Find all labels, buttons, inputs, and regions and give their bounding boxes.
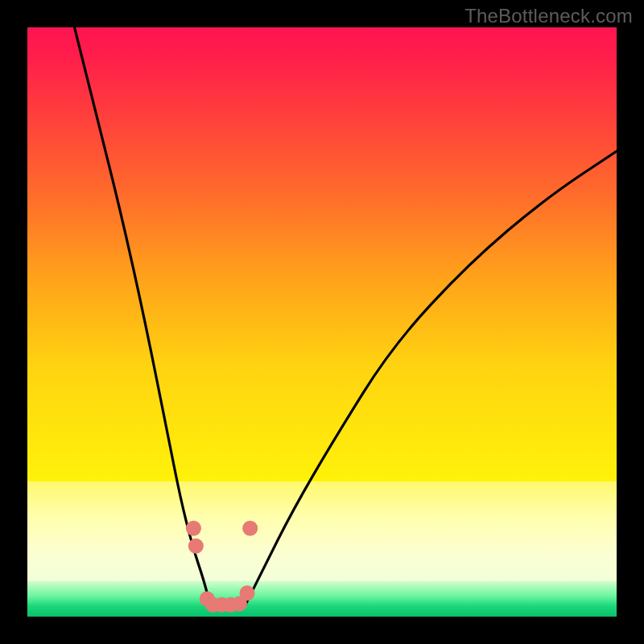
curve-left-branch [75, 27, 210, 605]
valley-dots [186, 521, 258, 613]
valley-dot [240, 585, 255, 601]
valley-dot [186, 521, 201, 536]
valley-dot [242, 521, 258, 536]
valley-dot [188, 539, 204, 554]
chart-frame: TheBottleneck.com [0, 0, 644, 644]
watermark: TheBottleneck.com [464, 5, 633, 27]
chart-svg [27, 27, 617, 617]
plot-area [27, 27, 617, 617]
curve-lines [75, 27, 617, 605]
curve-right-branch [246, 151, 617, 605]
